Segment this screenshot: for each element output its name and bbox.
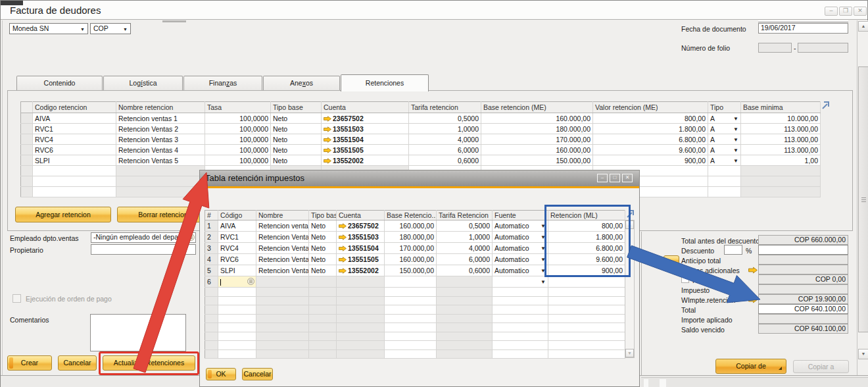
client-edge	[2, 20, 3, 375]
expand-table-icon[interactable]	[821, 101, 830, 109]
link-arrow-icon[interactable]	[748, 267, 758, 274]
owner-field[interactable]	[91, 244, 196, 255]
table-row-empty	[205, 341, 625, 350]
create-button[interactable]: Crear	[7, 355, 52, 371]
menu-fragment	[1, 1, 23, 5]
add-retention-button[interactable]: Agregar retencion	[15, 207, 111, 222]
percent-sign: %	[746, 247, 752, 255]
tab-finanzas[interactable]: Finanzas	[183, 76, 262, 91]
arrow-up-icon: ▲	[861, 24, 866, 28]
link-arrow-icon	[324, 116, 331, 122]
dialog-scrollbar[interactable]: ▲ ▼	[625, 220, 635, 358]
chevron-down-icon: ▼	[123, 27, 128, 32]
payment-order-label: Ejecución de orden de pago	[26, 295, 112, 303]
delete-retention-button[interactable]: Borrar retencion	[117, 207, 209, 222]
link-arrow-icon[interactable]	[748, 296, 758, 303]
minimize-icon: –	[829, 7, 832, 14]
close-icon: ✕	[625, 174, 630, 180]
chevron-down-icon: ▼	[733, 127, 738, 132]
clipped-fragment	[162, 20, 186, 22]
cancel-button[interactable]: Cancelar	[58, 355, 97, 371]
screenshot-root: { "window": {"title": "Factura de deudor…	[0, 0, 868, 387]
more-button[interactable]: ...	[663, 255, 679, 265]
chevron-down-icon: ▼	[541, 235, 546, 240]
scroll-up-button[interactable]: ▲	[625, 220, 634, 229]
applied-amount-field	[758, 314, 848, 324]
dialog-title-bar[interactable]: Tabla retención impuestos – □ ✕	[200, 170, 639, 186]
ok-button[interactable]: OK	[206, 368, 236, 380]
chevron-down-icon: ▼	[733, 138, 738, 143]
tax-label: Impuesto	[681, 286, 710, 294]
tab-retenciones[interactable]: Retenciones	[341, 74, 429, 91]
dialog-close-button[interactable]: ✕	[622, 174, 633, 182]
table-row: RVC6 Retencion Ventas 4 100,0000 Neto 13…	[21, 145, 821, 155]
discount-pct-field[interactable]	[724, 245, 742, 255]
table-row-empty	[205, 332, 625, 341]
folio-separator: -	[794, 44, 796, 52]
table-row-empty	[205, 314, 625, 323]
link-arrow-icon	[324, 147, 331, 153]
chevron-down-icon: ▼	[733, 148, 738, 153]
folio-number-field[interactable]	[798, 43, 848, 53]
copy-from-button[interactable]: Copiar de	[715, 359, 786, 374]
scrollbar-thumb[interactable]	[858, 66, 868, 332]
tab-anexos[interactable]: Anexos	[263, 76, 340, 91]
close-button[interactable]: ✕	[854, 7, 867, 16]
tab-contenido[interactable]: Contenido	[16, 76, 103, 91]
retention-tax-dialog: Tabla retención impuestos – □ ✕ # Código…	[199, 170, 640, 387]
update-retentions-button[interactable]: Actualizar Retenciones	[103, 355, 195, 371]
dialog-minimize-button[interactable]: –	[597, 174, 608, 182]
scroll-down-button[interactable]: ▼	[858, 349, 868, 359]
tax-field	[758, 284, 848, 294]
table-row: 4 RVC6 Retencion Ventas Neto 13551505 16…	[205, 254, 625, 265]
total-before-discount-label: Total antes del descuento	[681, 237, 760, 245]
link-arrow-icon	[339, 245, 347, 251]
sales-employee-field[interactable]: -Ningún empleado del depart	[91, 232, 196, 243]
folio-prefix-field[interactable]	[758, 43, 792, 53]
total-field[interactable]: COP 640.100,00	[758, 304, 848, 314]
minimize-icon: –	[601, 174, 604, 180]
tab-logistica[interactable]: Logística	[103, 76, 183, 91]
owner-label: Propietario	[10, 246, 43, 254]
currency-select[interactable]: COP▼	[90, 23, 131, 34]
vertical-scrollbar[interactable]: ▲ ▼	[857, 20, 868, 375]
doc-date-label: Fecha de documento	[681, 25, 746, 33]
link-arrow-icon	[339, 257, 347, 263]
table-row: SLPI Retencion Ventas 5 100,0000 Neto 13…	[21, 155, 821, 166]
dialog-maximize-button[interactable]: □	[610, 174, 620, 182]
choose-list-icon[interactable]	[247, 278, 254, 285]
thumb-grip	[861, 197, 866, 203]
chevron-down-icon: ▼	[541, 269, 546, 274]
background-grid-strip	[641, 377, 868, 387]
table-row-empty	[205, 349, 625, 359]
copy-to-button[interactable]: Copiar a	[793, 360, 849, 373]
choose-list-icon[interactable]	[187, 234, 195, 241]
wtax-field: COP 19.900,00	[758, 294, 848, 304]
chevron-down-icon: ▼	[541, 257, 546, 263]
chevron-down-icon: ▼	[541, 224, 546, 229]
rounding-checkbox[interactable]	[681, 275, 689, 283]
freight-field	[758, 265, 848, 274]
dialog-title: Tabla retención impuestos	[205, 173, 304, 183]
discount-value-field[interactable]	[758, 245, 848, 255]
scroll-down-button[interactable]: ▼	[625, 349, 634, 357]
total-label: Total	[681, 306, 696, 314]
scroll-up-button[interactable]: ▲	[858, 21, 868, 32]
expand-table-icon[interactable]	[626, 209, 635, 218]
table-row: 3 RVC4 Retencion Ventas Neto 13551504 17…	[205, 243, 625, 254]
comments-label: Comentarios	[10, 316, 49, 324]
advance-label: Anticipo total	[681, 257, 721, 265]
dialog-accent-line	[200, 186, 639, 188]
currency-mode-select[interactable]: Moneda SN▼	[9, 23, 88, 34]
comments-textarea[interactable]	[90, 314, 186, 351]
doc-date-field[interactable]: 19/06/2017	[758, 23, 848, 34]
sales-employee-label: Empleado dpto.ventas	[10, 234, 79, 242]
maximize-icon: □	[614, 174, 617, 180]
minimize-button[interactable]: –	[825, 7, 838, 16]
balance-due-label: Saldo vencido	[681, 326, 725, 334]
dialog-cancel-button[interactable]: Cancelar	[242, 368, 273, 380]
table-row-new: 6 ▼	[205, 276, 625, 288]
restore-button[interactable]: ❐	[839, 7, 852, 16]
payment-order-checkbox[interactable]	[12, 294, 21, 303]
table-row: AIVA Retencion ventas 1 100,0000 Neto 23…	[21, 113, 821, 124]
